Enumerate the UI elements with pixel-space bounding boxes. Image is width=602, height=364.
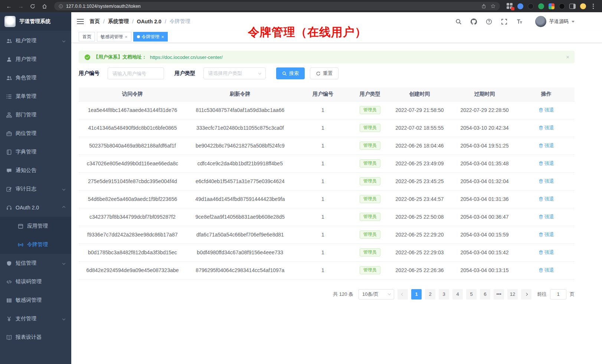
force-logout-button[interactable]: 强退 xyxy=(539,178,554,185)
fullscreen-icon[interactable] xyxy=(500,17,508,26)
site-info-icon[interactable] xyxy=(59,4,63,9)
url-text[interactable]: 127.0.0.1:1024/system/oauth2/token xyxy=(66,4,478,9)
extension-icon[interactable] xyxy=(528,3,534,9)
force-logout-button[interactable]: 强退 xyxy=(539,231,554,238)
browser-home-button[interactable] xyxy=(39,1,50,11)
browser-sidebar-icon[interactable] xyxy=(569,4,576,9)
extension-icon[interactable] xyxy=(517,3,523,9)
address-bar[interactable]: 127.0.0.1:1024/system/oauth2/token xyxy=(54,2,500,10)
sidebar-item-dept[interactable]: 部门管理 xyxy=(0,106,71,124)
force-logout-button[interactable]: 强退 xyxy=(539,125,554,131)
user-type-select[interactable]: 请选择用户类型 xyxy=(203,67,266,79)
browser-reload-button[interactable] xyxy=(27,1,38,11)
breadcrumb-system[interactable]: 系统管理 xyxy=(108,18,129,25)
help-icon[interactable] xyxy=(484,17,493,26)
page-button-6[interactable]: 6 xyxy=(480,289,490,300)
force-logout-button[interactable]: 强退 xyxy=(539,249,554,256)
extension-tray xyxy=(504,3,598,9)
user-type-badge: 管理员 xyxy=(360,124,380,132)
close-icon[interactable]: × xyxy=(161,34,164,39)
sidebar-item-pay[interactable]: 支付管理 xyxy=(0,310,71,328)
sidebar-item-oauth[interactable]: OAuth 2.0 xyxy=(0,198,71,217)
close-icon[interactable]: × xyxy=(566,54,569,60)
extension-grid-icon[interactable] xyxy=(507,3,513,9)
browser-menu-icon[interactable] xyxy=(590,4,596,9)
doc-link[interactable]: https://doc.iocoder.cn/user-center/ xyxy=(150,54,223,60)
page-button-12[interactable]: 12 xyxy=(507,289,518,300)
actions-cell: 强退 xyxy=(518,190,575,208)
page-button-1[interactable]: 1 xyxy=(411,289,422,300)
expire-time-cell: 2022-07-29 22:28:50 xyxy=(451,101,518,119)
page-button-2[interactable]: 2 xyxy=(425,289,435,300)
expire-time-cell: 2054-03-04 19:51:25 xyxy=(451,137,518,155)
search-button[interactable]: 搜索 xyxy=(276,67,305,79)
sidebar-item-notice[interactable]: 通知公告 xyxy=(0,161,71,180)
user-type-badge: 管理员 xyxy=(360,142,380,150)
page-size-select[interactable]: 10条/页 xyxy=(359,289,394,300)
expire-time-cell: 2054-03-04 00:36:47 xyxy=(451,208,518,226)
create-time-cell: 2022-07-02 18:55:55 xyxy=(388,119,451,137)
user-id-input[interactable] xyxy=(108,67,164,79)
close-icon[interactable]: × xyxy=(125,34,128,39)
tab-home[interactable]: 首页 xyxy=(79,32,95,42)
extension-icon[interactable] xyxy=(538,3,544,9)
sidebar-item-sensitive-word[interactable]: 敏感词管理 xyxy=(0,291,71,310)
sidebar-item-token-manage[interactable]: 令牌管理 xyxy=(0,235,71,254)
force-logout-button[interactable]: 强退 xyxy=(539,214,554,220)
refresh-token-cell: b0df4980ffd34c67a08f9156e4eee733 xyxy=(186,244,294,261)
sidebar-item-role[interactable]: 角色管理 xyxy=(0,69,71,87)
page-ellipsis[interactable]: ••• xyxy=(494,289,504,300)
browser-back-button[interactable]: ← xyxy=(4,1,14,11)
tree-icon xyxy=(6,112,12,118)
github-icon[interactable] xyxy=(469,17,478,26)
goto-page-input[interactable] xyxy=(550,289,566,300)
page-button-5[interactable]: 5 xyxy=(466,289,477,300)
refresh-token-cell: e6cfd40eb1f54571a31e775e039c4624 xyxy=(186,172,294,190)
user-id-cell: 1 xyxy=(294,137,352,155)
hamburger-icon[interactable] xyxy=(77,19,84,24)
app-logo[interactable]: 芋道管理系统 xyxy=(0,12,71,31)
force-logout-button[interactable]: 强退 xyxy=(539,142,554,149)
tab-token-manage[interactable]: 令牌管理× xyxy=(133,32,168,42)
sidebar-item-menu[interactable]: 菜单管理 xyxy=(0,87,71,106)
sidebar-item-report-designer[interactable]: 报表设计器 xyxy=(0,328,71,347)
reset-button[interactable]: 重置 xyxy=(310,67,338,79)
bookmark-star-icon[interactable] xyxy=(491,4,495,9)
access-token-cell: 41c41346a548490f9dc8b01c6bfe0865 xyxy=(79,119,186,137)
force-logout-button[interactable]: 强退 xyxy=(539,160,554,167)
force-logout-button[interactable]: 强退 xyxy=(539,267,554,274)
sidebar-item-app-manage[interactable]: 应用管理 xyxy=(0,217,71,235)
doc-alert: 【用户体系】文档地址： https://doc.iocoder.cn/user-… xyxy=(79,51,575,63)
force-logout-button[interactable]: 强退 xyxy=(539,107,554,113)
expire-time-cell: 2054-03-04 01:35:48 xyxy=(451,155,518,172)
sidebar-item-post[interactable]: 岗位管理 xyxy=(0,124,71,143)
refresh-token-cell: 333ecfc71e02480cb11055c875c3ca0f xyxy=(186,119,294,137)
user-menu[interactable]: 芋道源码 xyxy=(535,16,575,27)
sidebar-item-audit-log[interactable]: 审计日志 xyxy=(0,180,71,198)
page-button-3[interactable]: 3 xyxy=(439,289,449,300)
breadcrumb-home[interactable]: 首页 xyxy=(89,18,100,25)
font-size-icon[interactable] xyxy=(515,17,524,26)
browser-profile-avatar[interactable] xyxy=(580,3,586,9)
trash-icon xyxy=(539,232,543,237)
breadcrumb-oauth[interactable]: OAuth 2.0 xyxy=(137,19,161,24)
force-logout-button[interactable]: 强退 xyxy=(539,196,554,202)
table-row: c342377bf8b344799dcbf7bf095287f2 9ce8ef2… xyxy=(79,208,575,226)
sidebar-item-sms[interactable]: 短信管理 xyxy=(0,254,71,272)
trash-icon xyxy=(539,143,543,148)
extension-icon[interactable] xyxy=(559,3,565,9)
extension-icon[interactable] xyxy=(549,3,554,9)
sidebar-item-error-code[interactable]: 错误码管理 xyxy=(0,272,71,291)
sidebar-item-tenant[interactable]: 租户管理 xyxy=(0,32,71,50)
prev-page-button[interactable] xyxy=(397,289,408,300)
actions-cell: 强退 xyxy=(518,226,575,244)
search-icon[interactable] xyxy=(454,17,463,26)
trash-icon xyxy=(539,125,543,130)
tab-sensitive-word[interactable]: 敏感词管理× xyxy=(97,32,131,42)
page-button-4[interactable]: 4 xyxy=(452,289,463,300)
sidebar-item-user[interactable]: 用户管理 xyxy=(0,50,71,69)
sidebar-item-dict[interactable]: 字典管理 xyxy=(0,143,71,161)
browser-forward-button[interactable]: → xyxy=(16,1,26,11)
next-page-button[interactable] xyxy=(521,289,531,300)
share-icon[interactable] xyxy=(481,4,486,9)
